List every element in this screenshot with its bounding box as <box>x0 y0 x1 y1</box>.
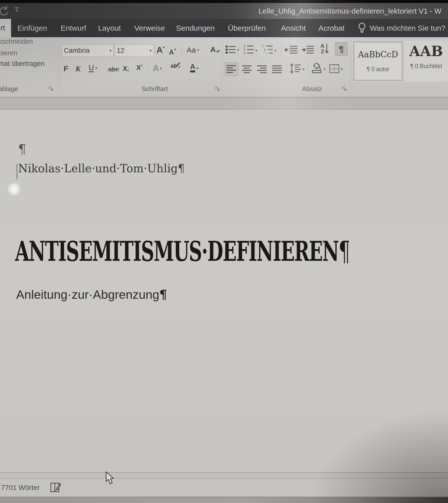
paragraph-dialog-launcher-icon[interactable] <box>342 87 347 92</box>
multilevel-list-button[interactable]: 1 a i ▾ <box>262 44 276 55</box>
line-spacing-icon <box>290 63 301 73</box>
tab-start-partial[interactable]: rt <box>0 19 11 37</box>
strikethrough-glyph: abe <box>108 65 119 73</box>
sort-button[interactable]: A Z <box>320 43 329 54</box>
cut-button[interactable]: sschneiden <box>0 38 33 46</box>
author-text: Nikolas·Lelle·und·Tom·Uhlig <box>18 162 178 175</box>
text-effects-button[interactable]: A ▾ <box>153 63 162 73</box>
divider <box>287 63 287 75</box>
caret-up-glyph: ▴ <box>163 45 165 49</box>
word-count[interactable]: 7701 Wörter <box>1 484 40 492</box>
numbered-list-button[interactable]: 1 2 3 ▾ <box>243 44 257 55</box>
strikethrough-button[interactable]: abe <box>108 65 119 73</box>
group-divider <box>222 39 222 94</box>
tab-entwurf[interactable]: Entwurf <box>61 19 86 37</box>
document-page[interactable]: ¶ Nikolas·Lelle·und·Tom·Uhlig¶ ANTISEMIT… <box>0 110 448 472</box>
style-label: ¶ 0 Buchtitel <box>404 63 448 70</box>
decrease-indent-icon <box>285 45 298 54</box>
tell-me-label: Was möchten Sie tun? <box>370 24 445 32</box>
increase-indent-icon <box>301 45 314 54</box>
align-left-button[interactable] <box>225 62 238 76</box>
numbered-list-icon: 1 2 3 <box>243 44 254 55</box>
customize-quick-access-icon[interactable]: ▾ <box>14 8 20 12</box>
align-center-button[interactable] <box>242 65 252 74</box>
ribbon: sschneiden pieren mat übertragen ablage … <box>0 37 448 97</box>
style-card-0-autor[interactable]: AaBbCcD ¶ 0 autor <box>353 41 403 81</box>
italic-glyph: K <box>75 64 80 73</box>
underline-button[interactable]: U ▾ <box>89 64 97 72</box>
mouse-cursor-icon <box>105 471 116 485</box>
paragraph-mark: ¶ <box>159 287 167 302</box>
line-spacing-button[interactable]: ▾ <box>290 63 305 73</box>
change-case-button[interactable]: Aa ▾ <box>187 46 199 54</box>
multilevel-list-icon: 1 a i <box>262 44 273 55</box>
caret-glyph: ▾ <box>196 66 198 70</box>
paint-bucket-icon <box>311 63 322 73</box>
align-center-icon <box>242 65 252 74</box>
font-size-combobox[interactable]: 12 ▾ <box>114 44 154 57</box>
underline-glyph: U <box>89 64 94 72</box>
tab-ueberpruefen[interactable]: Überprüfen <box>228 19 266 37</box>
shrink-font-button[interactable]: A ▾ <box>169 47 176 56</box>
superscript-glyph: X <box>136 64 141 72</box>
main-title-line[interactable]: ANTISEMITISMUS·DEFINIEREN¶ <box>15 235 448 263</box>
clipboard-dialog-launcher-icon[interactable] <box>49 87 54 92</box>
sort-arrow-icon <box>324 43 329 54</box>
increase-indent-button[interactable] <box>301 45 314 54</box>
undo-icon[interactable] <box>0 5 10 18</box>
borders-button[interactable]: ▾ <box>329 64 343 73</box>
photo-top-edge <box>0 0 448 3</box>
tab-sendungen[interactable]: Sendungen <box>176 19 215 37</box>
group-divider <box>350 39 350 94</box>
grow-font-button[interactable]: A ▴ <box>156 45 165 55</box>
bold-button[interactable]: F <box>64 64 68 73</box>
status-bar: 7701 Wörter <box>0 479 448 497</box>
justify-icon <box>272 65 282 74</box>
align-right-icon <box>257 65 267 74</box>
superscript-button[interactable]: X 2 <box>136 63 143 72</box>
horizontal-scroll-area[interactable] <box>0 472 448 479</box>
shrink-font-glyph: A <box>169 49 174 56</box>
caret-glyph: ▾ <box>255 48 257 53</box>
bullet-list-button[interactable]: ▾ <box>225 45 239 54</box>
main-title-text: ANTISEMITISMUS·DEFINIEREN <box>15 235 339 267</box>
style-label: ¶ 0 autor <box>354 66 402 73</box>
caret-glyph: ▾ <box>341 67 343 71</box>
tab-acrobat[interactable]: Acrobat <box>318 19 344 37</box>
align-right-button[interactable] <box>257 65 267 74</box>
caret-glyph: ▾ <box>160 66 162 71</box>
style-card-0-buchtitel[interactable]: AAB ¶ 0 Buchtitel <box>404 41 448 81</box>
tab-einfuegen[interactable]: Einfügen <box>17 19 47 37</box>
show-formatting-marks-button[interactable]: ¶ <box>335 42 348 56</box>
justify-button[interactable] <box>272 65 282 74</box>
group-divider <box>59 39 59 94</box>
format-painter-button[interactable]: mat übertragen <box>0 60 45 68</box>
subtitle-line[interactable]: Anleitung·zur·Abgrenzung¶ <box>16 287 167 302</box>
tab-layout[interactable]: Layout <box>98 19 121 37</box>
copy-button[interactable]: pieren <box>0 49 17 57</box>
superscript-mark: 2 <box>141 63 143 67</box>
italic-button[interactable]: K <box>75 64 80 73</box>
font-color-glyph: A <box>190 63 195 70</box>
tab-ansicht[interactable]: Ansicht <box>281 19 306 37</box>
text-effects-glyph: A <box>153 63 159 73</box>
shading-button[interactable]: ▾ <box>311 63 326 73</box>
tab-verweise[interactable]: Verweise <box>134 19 165 37</box>
subscript-button[interactable]: X 2 <box>123 65 129 73</box>
font-group-label: Schriftart <box>137 85 172 93</box>
author-line[interactable]: Nikolas·Lelle·und·Tom·Uhlig¶ <box>18 162 185 175</box>
borders-icon <box>329 64 340 73</box>
title-bar: ▾ Lelle_Uhlig_Antisemitismus-definieren_… <box>0 3 448 19</box>
proofing-status-icon[interactable] <box>49 482 62 493</box>
clear-formatting-button[interactable]: A <box>210 45 220 54</box>
font-name-value: Cambria <box>64 47 90 55</box>
font-name-combobox[interactable]: Cambria ▾ <box>62 44 114 57</box>
tell-me-search[interactable]: Was möchten Sie tun? <box>358 19 445 37</box>
paragraph-mark: ¶ <box>18 142 26 156</box>
bullet-list-icon <box>225 45 236 54</box>
svg-text:a: a <box>264 48 266 51</box>
font-color-button[interactable]: A ▾ <box>190 63 198 72</box>
text-highlight-button[interactable]: ab ▾ <box>171 63 180 71</box>
font-dialog-launcher-icon[interactable] <box>215 87 220 92</box>
decrease-indent-button[interactable] <box>285 45 298 54</box>
